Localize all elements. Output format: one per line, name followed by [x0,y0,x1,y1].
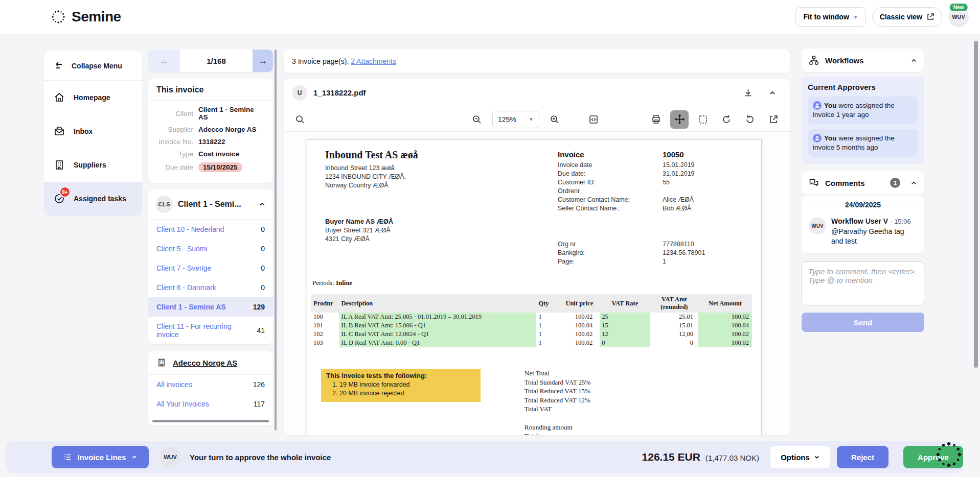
pan-icon [674,114,685,125]
file-name: 1_1318222.pdf [313,88,733,97]
reject-button[interactable]: Reject [837,446,888,468]
client-list-item[interactable]: Client 11 - For recurring invoice 41 [148,317,273,344]
workflow-icon [809,55,819,65]
list-icon [63,452,72,462]
supplier-name-link[interactable]: Adecco Norge AS [173,359,237,367]
user-avatar[interactable]: WUV New [948,7,969,27]
comment-item: WUV Workflow User V · 15:06 @Parvathy Ge… [809,217,917,246]
sidebar-item-assigned-tasks[interactable]: 9+ Assigned tasks [44,182,142,216]
client-list-item[interactable]: Client 7 - Sverige 0 [148,258,273,278]
collapse-pdf-button[interactable] [763,84,782,102]
document-area[interactable]: Inbound Test AS æøå Inbound Street 123 æ… [284,132,790,435]
chevron-down-icon: ▼ [529,116,534,122]
download-button[interactable] [739,84,757,102]
this-invoice-title: This invoice [148,79,273,101]
panel-scrollbar[interactable] [275,50,277,431]
pdf-toolbar: 125% ▼ [284,107,790,132]
comments-body: 24/09/2025 WUV Workflow User V · 15:06 @… [802,196,924,253]
open-external-button[interactable] [764,110,783,129]
marquee-selection-icon [698,114,708,125]
building-icon [53,159,65,171]
chevron-down-icon [814,454,820,460]
options-button[interactable]: Options [770,446,830,468]
client-list-item[interactable]: Client 1 - Semine AS 129 [148,297,273,317]
zoom-in-button[interactable] [545,110,564,129]
collapse-menu-button[interactable]: Collapse Menu [44,51,142,81]
fit-width-button[interactable] [584,110,603,129]
pdf-viewer-column: 3 Invoice page(s), 2 Attachments U 1_131… [284,50,790,435]
invoice-pager: ← 1/168 → [148,50,273,72]
search-button[interactable] [291,110,309,129]
attachments-link[interactable]: 2 Attachments [351,57,396,65]
marquee-zoom-button[interactable] [694,110,712,129]
right-sidebar: Workflows Current Approvers You were ass… [802,49,924,332]
pdf-file-header: U 1_1318222.pdf [284,79,790,107]
external-link-icon [768,114,779,125]
supplier-filter-item[interactable]: All Your Invoices 117 [148,394,273,414]
comment-text: @Parvathy Geetha tag and test [831,227,917,246]
rotate-clockwise-button[interactable] [717,110,736,129]
chevron-up-icon [131,454,138,460]
next-invoice-button[interactable]: → [253,50,273,72]
previous-invoice-button[interactable]: ← [148,50,180,72]
zoom-level-select[interactable]: 125% ▼ [492,111,539,128]
chevron-up-icon[interactable] [259,201,266,208]
classic-view-button[interactable]: Classic view [872,7,942,27]
comment-time: 15:06 [894,218,911,225]
rotate-clockwise-icon [721,114,732,125]
pan-tool-button[interactable] [670,110,689,129]
invoice-amount: 126.15 EUR (1,477.03 NOK) [642,451,759,463]
semine-logo-icon [932,438,965,471]
pages-info-bar: 3 Invoice page(s), 2 Attachments [284,50,790,73]
person-icon [813,134,822,142]
comments-section: Comments 1 24/09/2025 WUV Workflow User … [802,171,924,332]
supplier-filter-item[interactable]: All invoices 126 [148,375,273,394]
sidebar-item-homepage[interactable]: Homepage [44,81,142,114]
send-button[interactable]: Send [802,313,924,332]
current-approvers-panel: Current Approvers You were assigned the … [802,77,924,164]
chevron-up-icon[interactable] [910,180,917,186]
client-switcher-header[interactable]: C1-S Client 1 - Semi... [148,189,273,220]
app-name: Semine [72,9,121,25]
invoice-lines-button[interactable]: Invoice Lines [52,446,149,468]
comments-header: Comments 1 [802,171,924,195]
window-scrollbar[interactable] [974,41,978,368]
client-list-item[interactable]: Client 5 - Suomi 0 [148,239,273,258]
table-row: 101 IL B Real VAT Amt: 15.006 - Q1 1 100… [311,321,752,330]
rotate-counterclockwise-button[interactable] [741,110,759,129]
print-icon [651,114,662,125]
client-list-item[interactable]: Client 6 - Danmark 0 [148,278,273,297]
sidebar-item-suppliers[interactable]: Suppliers [44,148,142,182]
fit-width-icon [588,114,599,125]
org-block: Org nr777888110 Bankgiro:1234.56.78901 P… [558,240,705,266]
inbox-icon [53,125,65,137]
invoice-navigator-panel: ← 1/168 → This invoice Client Client 1 -… [148,50,273,425]
invoice-detail-row: Invoice No. 1318222 [156,138,265,146]
new-badge: New [949,3,969,12]
assigned-tasks-badge: 9+ [59,186,71,198]
left-sidebar: Collapse Menu Homepage Inbox Suppliers [44,51,142,216]
invoice-detail-row: Due date 15/10/2025 [156,162,265,172]
fit-to-window-button[interactable]: Fit to window ▼ [795,7,865,27]
building-icon [156,357,167,368]
zoom-in-icon [550,114,560,125]
approval-footer: Invoice Lines WUV Your turn to approve t… [6,441,963,473]
zoom-out-button[interactable] [468,110,486,129]
table-row: 103 IL D Real VAT Amt: 0.00 - Q1 1 100.0… [311,339,752,347]
chevron-down-icon: ▼ [853,14,858,20]
approver-avatar: WUV [160,447,180,467]
client-switcher-card: C1-S Client 1 - Semi... Client 10 - Nede… [148,189,273,344]
print-button[interactable] [647,110,665,129]
horizontal-scrollbar[interactable] [152,420,269,422]
client-avatar: C1-S [155,196,173,213]
periods-line: Periods: Inline [312,279,352,287]
check-circle-icon: 9+ [53,193,65,205]
chevron-up-icon[interactable] [910,57,917,64]
client-list-item[interactable]: Client 10 - Nederland 0 [148,220,273,239]
sidebar-item-inbox[interactable]: Inbox [44,114,142,148]
workflows-header: Workflows [802,49,924,72]
comment-input[interactable] [802,261,924,305]
pagination-label: 1/168 [180,50,253,72]
totals-block: Net TotalTotal Standard VAT 25%Total Red… [525,369,590,435]
invoice-lines-table: Prodnr Description Qty Unit price VAT Ra… [311,294,752,347]
